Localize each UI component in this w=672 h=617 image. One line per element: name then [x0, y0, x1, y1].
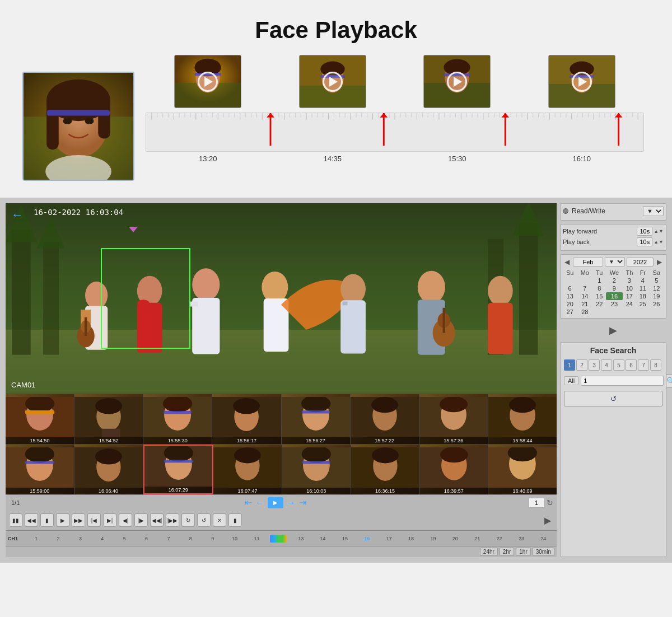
- fs-ch-8[interactable]: 8: [650, 359, 661, 371]
- fs-ch-2[interactable]: 2: [576, 359, 587, 371]
- fs-all-button[interactable]: All: [564, 376, 578, 385]
- 1hr-button[interactable]: 1hr: [516, 548, 530, 556]
- cal-day-23[interactable]: 23: [606, 300, 622, 308]
- cal-day-9[interactable]: 9: [606, 284, 622, 292]
- cal-day-17[interactable]: 17: [623, 292, 636, 300]
- cal-day-21[interactable]: 21: [577, 300, 592, 308]
- loop-button[interactable]: ↻: [181, 513, 195, 527]
- rewind-button[interactable]: ◀◀|: [150, 513, 164, 527]
- 30min-button[interactable]: 30min: [533, 548, 554, 556]
- cal-next-button[interactable]: ▶: [655, 258, 664, 266]
- face-strip-r2-5[interactable]: 16:10:03: [282, 445, 351, 494]
- close-button[interactable]: ✕: [213, 513, 226, 527]
- fs-ch-5[interactable]: 5: [613, 359, 624, 371]
- next-frame-button[interactable]: ▶|: [103, 513, 116, 527]
- cal-day-22[interactable]: 22: [592, 300, 606, 308]
- nav-first-arrow[interactable]: ⇤: [245, 497, 252, 508]
- thumb-item-1[interactable]: [174, 55, 241, 108]
- cal-day-25[interactable]: 25: [636, 300, 650, 308]
- play-button-3[interactable]: [447, 72, 467, 92]
- video-back-button[interactable]: ←: [11, 208, 24, 222]
- face-search-link-button[interactable]: ↺: [564, 391, 662, 406]
- nav-next-arrow[interactable]: →: [287, 498, 296, 508]
- step-forward-button[interactable]: ▶▶: [72, 513, 85, 527]
- cal-day-10[interactable]: 10: [623, 284, 636, 292]
- face-strip-r2-2[interactable]: 16:06:40: [74, 445, 143, 494]
- fs-ch-7[interactable]: 7: [638, 359, 649, 371]
- cal-day-20[interactable]: 20: [563, 300, 577, 308]
- face-strip-1[interactable]: 15:54:50: [6, 394, 74, 444]
- cal-prev-button[interactable]: ◀: [563, 258, 571, 266]
- cal-day-6[interactable]: 6: [563, 284, 577, 292]
- cal-month-dropdown[interactable]: ▼: [605, 257, 625, 267]
- cal-day-3[interactable]: 3: [623, 277, 636, 284]
- cal-day-12[interactable]: 12: [650, 284, 664, 292]
- face-strip-2[interactable]: 15:54:52: [74, 394, 143, 444]
- cal-day-18[interactable]: 18: [636, 292, 650, 300]
- cal-day-16-today[interactable]: 16: [606, 292, 622, 300]
- nav-prev-arrow[interactable]: ←: [255, 498, 264, 508]
- fs-ch-4[interactable]: 4: [601, 359, 612, 371]
- cal-day-1[interactable]: 1: [592, 277, 606, 284]
- thumb-image-3[interactable]: [423, 55, 491, 108]
- 2hr-button[interactable]: 2hr: [500, 548, 514, 556]
- play-button[interactable]: ▶: [56, 513, 69, 527]
- stop-button[interactable]: ▮: [40, 513, 54, 527]
- face-strip-r2-4[interactable]: 16:07:47: [213, 445, 282, 494]
- face-search-input[interactable]: [581, 376, 664, 386]
- thumb-item-4[interactable]: [548, 55, 615, 108]
- timeline-bar[interactable]: CH1 1 2 3 4 5 6 7 8 9 10 11 12 13 14 15 …: [6, 530, 557, 546]
- cal-day-28[interactable]: 28: [577, 308, 592, 316]
- thumb-image-2[interactable]: [299, 55, 366, 108]
- thumb-item-2[interactable]: [299, 55, 366, 108]
- cal-day-7[interactable]: 7: [577, 284, 592, 292]
- slow-forward-button[interactable]: |▶: [134, 513, 148, 527]
- play-fwd-mini[interactable]: ▶: [542, 513, 553, 527]
- fs-ch-1[interactable]: 1: [564, 359, 575, 371]
- play-back-arrow[interactable]: ▲▼: [654, 239, 664, 245]
- prev-frame-button[interactable]: |◀: [87, 513, 101, 527]
- face-strip-r2-1[interactable]: 15:59:00: [6, 445, 74, 494]
- fs-ch-3[interactable]: 3: [589, 359, 600, 371]
- rw-dropdown[interactable]: ▼: [643, 206, 664, 216]
- snapshot-button[interactable]: ▮: [228, 513, 242, 527]
- calendar-month[interactable]: Feb: [573, 258, 603, 267]
- fast-forward-button[interactable]: |▶▶: [166, 513, 179, 527]
- face-strip-r2-8[interactable]: 16:40:09: [488, 445, 557, 494]
- cal-day-13[interactable]: 13: [563, 292, 577, 300]
- face-strip-r2-6[interactable]: 16:36:15: [351, 445, 420, 494]
- play-forward-arrow[interactable]: ▲▼: [654, 228, 664, 234]
- page-input[interactable]: [529, 498, 544, 508]
- cal-day-11[interactable]: 11: [636, 284, 650, 292]
- face-strip-6[interactable]: 15:57:22: [351, 394, 419, 444]
- face-strip-8[interactable]: 15:58:44: [488, 394, 557, 444]
- thumb-image-4[interactable]: [548, 55, 615, 108]
- cal-day-27[interactable]: 27: [563, 308, 577, 316]
- cal-day-8[interactable]: 8: [592, 284, 606, 292]
- refresh-btn[interactable]: ↻: [547, 498, 553, 507]
- face-strip-7[interactable]: 15:57:36: [419, 394, 488, 444]
- cal-day-4[interactable]: 4: [636, 277, 650, 284]
- cal-day-19[interactable]: 19: [650, 292, 664, 300]
- step-back-button[interactable]: ◀◀: [25, 513, 38, 527]
- play-button-1[interactable]: [198, 72, 218, 92]
- face-strip-4[interactable]: 15:56:17: [212, 394, 281, 444]
- cal-day-24[interactable]: 24: [623, 300, 636, 308]
- face-strip-r2-7[interactable]: 16:39:57: [420, 445, 489, 494]
- cal-day-2[interactable]: 2: [606, 277, 622, 284]
- slow-rewind-button[interactable]: ◀|: [119, 513, 132, 527]
- nav-last-arrow[interactable]: ⇥: [299, 497, 306, 508]
- loop-back-button[interactable]: ↺: [197, 513, 211, 527]
- fs-ch-6[interactable]: 6: [626, 359, 637, 371]
- cal-day-26[interactable]: 26: [650, 300, 664, 308]
- face-strip-3[interactable]: 15:55:30: [143, 394, 212, 444]
- 24hr-button[interactable]: 24hr: [480, 548, 498, 556]
- face-strip-r2-3-selected[interactable]: 16:07:29: [143, 445, 214, 494]
- thumb-item-3[interactable]: [423, 55, 491, 108]
- play-button-2[interactable]: [323, 72, 343, 92]
- face-strip-5[interactable]: 15:56:27: [282, 394, 351, 444]
- cal-day-14[interactable]: 14: [577, 292, 592, 300]
- pause-button[interactable]: ▮▮: [9, 513, 22, 527]
- cal-day-15[interactable]: 15: [592, 292, 606, 300]
- play-button-4[interactable]: [572, 72, 592, 92]
